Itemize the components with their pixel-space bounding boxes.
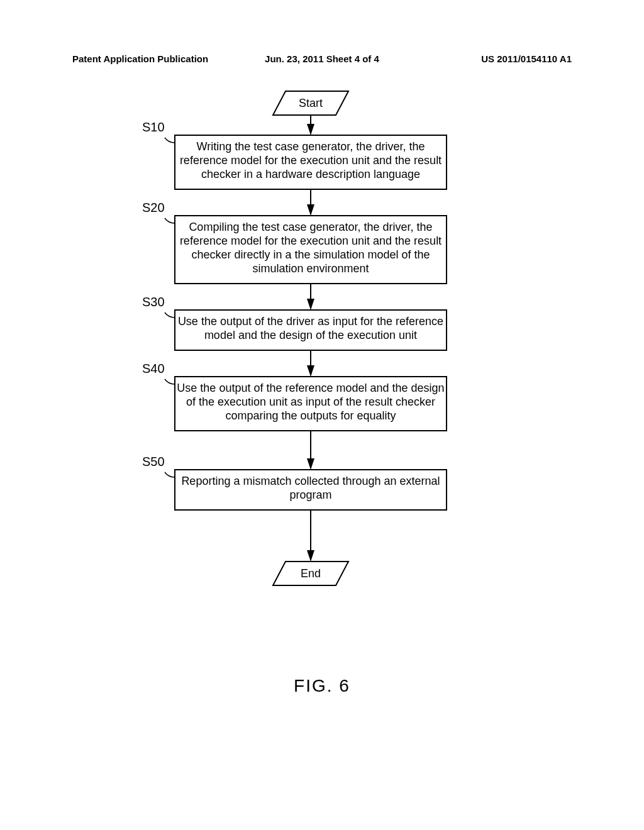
label-s50: S50	[142, 455, 165, 469]
label-s10: S10	[142, 120, 165, 135]
svg-text:reference model for the execut: reference model for the execution unit a…	[180, 235, 441, 247]
svg-text:checker in a hardware descript: checker in a hardware description langua…	[201, 168, 420, 180]
end-node: End	[273, 562, 348, 585]
svg-text:program: program	[289, 489, 331, 501]
step-s50: Reporting a mismatch collected through a…	[165, 470, 447, 510]
svg-text:comparing the outputs for equa: comparing the outputs for equality	[225, 409, 396, 422]
label-s20: S20	[142, 201, 165, 215]
figure-label: FIG. 6	[0, 676, 644, 696]
header-left: Patent Application Publication	[72, 53, 208, 64]
svg-text:model and the design of the ex: model and the design of the execution un…	[204, 329, 417, 341]
step-s40: Use the output of the reference model an…	[165, 377, 447, 431]
svg-text:Writing the test case generato: Writing the test case generator, the dri…	[197, 140, 425, 153]
svg-text:Use the output of the driver a: Use the output of the driver as input fo…	[178, 315, 443, 328]
header-center: Jun. 23, 2011 Sheet 4 of 4	[265, 53, 379, 64]
svg-text:Reporting a mismatch collected: Reporting a mismatch collected through a…	[181, 475, 440, 487]
start-node: Start	[273, 91, 348, 115]
step-s20: Compiling the test case generator, the d…	[165, 216, 447, 284]
label-s40: S40	[142, 362, 165, 376]
step-s30: Use the output of the driver as input fo…	[165, 310, 447, 350]
page: Patent Application Publication Jun. 23, …	[0, 0, 644, 830]
svg-text:Use the output of the referenc: Use the output of the reference model an…	[177, 382, 444, 394]
start-text: Start	[299, 97, 323, 109]
end-text: End	[301, 567, 321, 580]
svg-text:reference model for the execut: reference model for the execution unit a…	[180, 154, 441, 167]
label-s30: S30	[142, 295, 165, 309]
svg-text:of the execution unit as input: of the execution unit as input of the re…	[186, 396, 435, 408]
svg-text:checker directly in a the simu: checker directly in a the simulation mod…	[191, 248, 430, 261]
svg-text:simulation environment: simulation environment	[252, 262, 369, 275]
page-header: Patent Application Publication Jun. 23, …	[72, 53, 572, 64]
step-s10: Writing the test case generator, the dri…	[165, 135, 447, 189]
flowchart: Start Writing the test case generator, t…	[0, 85, 644, 657]
svg-text:Compiling the test case genera: Compiling the test case generator, the d…	[189, 221, 432, 233]
header-right: US 2011/0154110 A1	[481, 53, 572, 64]
